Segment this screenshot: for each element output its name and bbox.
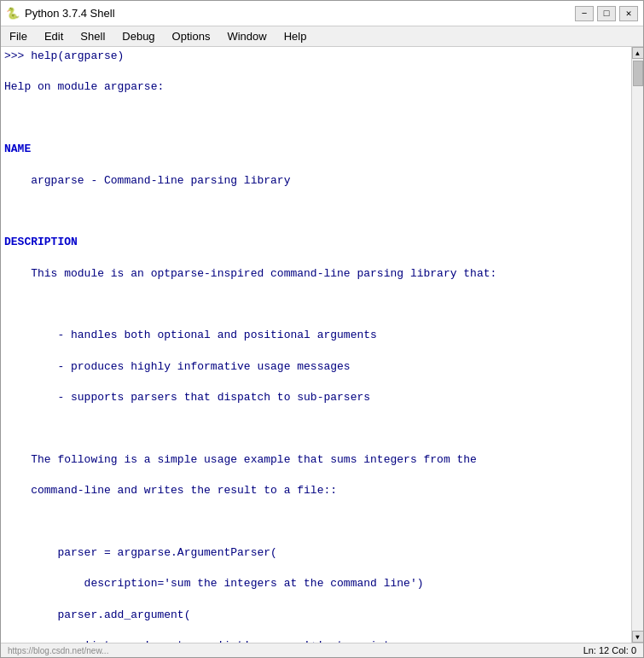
prompt-line: >>> help(argparse) — [4, 49, 124, 62]
app-icon: 🐍 — [6, 7, 20, 20]
status-bar: https://blog.csdn.net/new... Ln: 12 Col:… — [1, 643, 643, 657]
status-position: Ln: 12 Col: 0 — [583, 645, 636, 655]
output-line-9: - produces highly informative usage mess… — [4, 360, 351, 373]
output-line-15: parser = argparse.ArgumentParser( — [4, 546, 277, 559]
menu-window[interactable]: Window — [222, 28, 271, 44]
output-line-10: - supports parsers that dispatch to sub-… — [4, 391, 370, 404]
output-line-16: description='sum the integers at the com… — [4, 577, 423, 590]
main-window: 🐍 Python 3.7.4 Shell − □ ✕ File Edit She… — [0, 0, 644, 658]
output-line-13: command-line and writes the result to a … — [4, 484, 337, 497]
scroll-up-button[interactable]: ▲ — [632, 47, 644, 59]
shell-output[interactable]: >>> help(argparse) Help on module argpar… — [1, 47, 631, 643]
scroll-track[interactable] — [632, 59, 644, 631]
output-line-5: DESCRIPTION — [4, 236, 78, 248]
output-line-17: parser.add_argument( — [4, 609, 190, 621]
output-line-18: 'integers', metavar='int', nargs='+', ty… — [4, 639, 397, 643]
status-url: https://blog.csdn.net/new... — [8, 646, 108, 655]
title-bar-left: 🐍 Python 3.7.4 Shell — [6, 7, 115, 20]
menu-options[interactable]: Options — [167, 28, 216, 44]
menu-file[interactable]: File — [4, 28, 32, 44]
menu-help[interactable]: Help — [279, 28, 312, 44]
menu-bar: File Edit Shell Debug Options Window Hel… — [1, 26, 643, 47]
scroll-down-button[interactable]: ▼ — [632, 631, 644, 643]
output-line-12: The following is a simple usage example … — [4, 453, 477, 466]
title-bar: 🐍 Python 3.7.4 Shell − □ ✕ — [1, 1, 643, 26]
menu-edit[interactable]: Edit — [39, 28, 68, 44]
output-line-2: NAME — [4, 143, 31, 155]
output-line-6: This module is an optparse-inspired comm… — [4, 267, 496, 280]
output-line-3: argparse - Command-line parsing library — [4, 174, 290, 187]
main-content[interactable]: >>> help(argparse) Help on module argpar… — [1, 47, 643, 643]
output-line-0: Help on module argparse: — [4, 80, 164, 93]
scroll-thumb[interactable] — [633, 61, 643, 86]
window-controls: − □ ✕ — [575, 6, 638, 21]
close-button[interactable]: ✕ — [619, 6, 638, 21]
scrollbar-vertical[interactable]: ▲ ▼ — [631, 47, 643, 643]
menu-shell[interactable]: Shell — [75, 28, 110, 44]
content-area: >>> help(argparse) Help on module argpar… — [1, 47, 643, 643]
minimize-button[interactable]: − — [575, 6, 594, 21]
window-title: Python 3.7.4 Shell — [25, 7, 115, 20]
output-line-8: - handles both optional and positional a… — [4, 329, 377, 341]
maximize-button[interactable]: □ — [597, 6, 616, 21]
menu-debug[interactable]: Debug — [117, 28, 160, 44]
